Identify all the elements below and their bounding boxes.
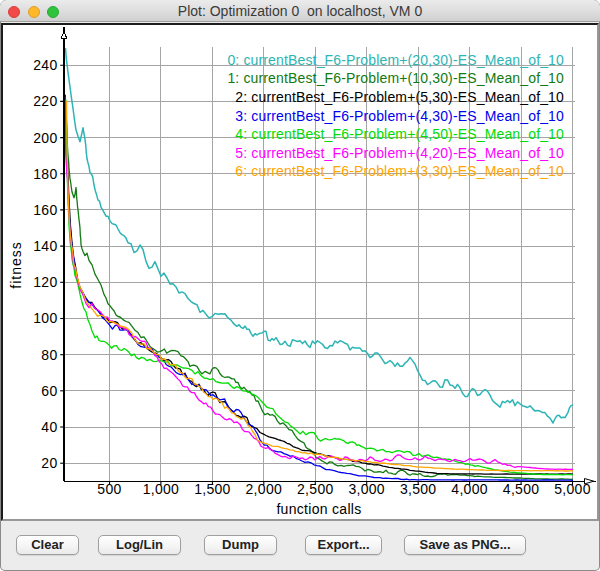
- svg-text:1,500: 1,500: [194, 481, 231, 497]
- svg-text:80: 80: [41, 347, 57, 363]
- svg-text:2: currentBest_F6-Problem+(5,3: 2: currentBest_F6-Problem+(5,30)-ES_Mean…: [235, 89, 564, 105]
- svg-text:160: 160: [33, 202, 57, 218]
- svg-text:2,500: 2,500: [297, 481, 334, 497]
- svg-text:function calls: function calls: [276, 501, 361, 517]
- svg-text:4: currentBest_F6-Problem+(4,5: 4: currentBest_F6-Problem+(4,50)-ES_Mean…: [235, 126, 564, 142]
- svg-text:3,000: 3,000: [348, 481, 385, 497]
- svg-text:20: 20: [41, 455, 57, 471]
- svg-text:120: 120: [33, 274, 57, 290]
- svg-text:4,500: 4,500: [503, 481, 540, 497]
- svg-text:5: currentBest_F6-Problem+(4,2: 5: currentBest_F6-Problem+(4,20)-ES_Mean…: [235, 145, 564, 161]
- svg-text:40: 40: [41, 419, 57, 435]
- svg-text:1: currentBest_F6-Problem+(10,: 1: currentBest_F6-Problem+(10,30)-ES_Mea…: [227, 70, 564, 86]
- svg-text:500: 500: [97, 481, 121, 497]
- svg-text:3: currentBest_F6-Problem+(4,3: 3: currentBest_F6-Problem+(4,30)-ES_Mean…: [235, 108, 564, 124]
- svg-text:fitness: fitness: [8, 241, 24, 288]
- svg-text:2,000: 2,000: [246, 481, 283, 497]
- svg-text:3,500: 3,500: [400, 481, 437, 497]
- svg-text:1,000: 1,000: [143, 481, 180, 497]
- svg-text:60: 60: [41, 383, 57, 399]
- svg-text:6: currentBest_F6-Problem+(3,3: 6: currentBest_F6-Problem+(3,30)-ES_Mean…: [235, 163, 564, 179]
- svg-text:180: 180: [33, 166, 57, 182]
- svg-text:0: currentBest_F6-Problem+(20,: 0: currentBest_F6-Problem+(20,30)-ES_Mea…: [227, 52, 564, 68]
- svg-text:5,000: 5,000: [554, 481, 591, 497]
- svg-text:100: 100: [33, 310, 57, 326]
- svg-text:240: 240: [33, 57, 57, 73]
- svg-text:220: 220: [33, 93, 57, 109]
- svg-text:200: 200: [33, 130, 57, 146]
- svg-text:4,000: 4,000: [451, 481, 488, 497]
- svg-text:140: 140: [33, 238, 57, 254]
